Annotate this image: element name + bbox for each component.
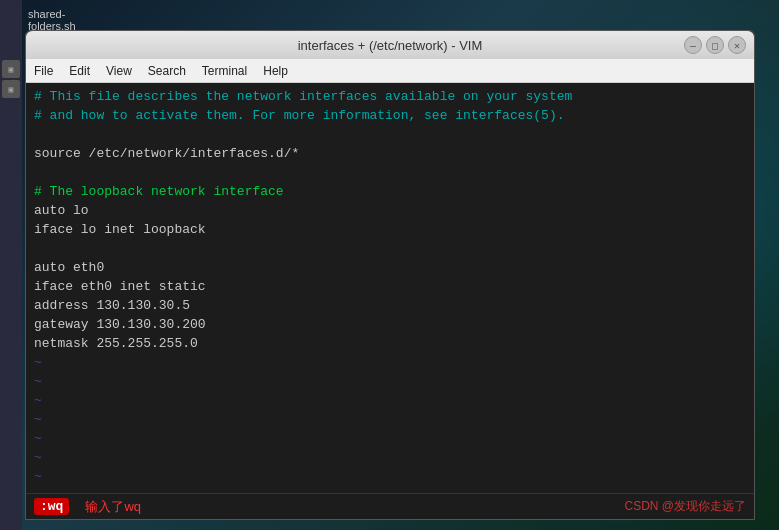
editor-line: ~ — [34, 393, 42, 408]
editor-line: netmask 255.255.255.0 — [34, 336, 198, 351]
menu-terminal[interactable]: Terminal — [202, 64, 247, 78]
csdn-watermark: CSDN @发现你走远了 — [624, 498, 746, 515]
menu-help[interactable]: Help — [263, 64, 288, 78]
menu-search[interactable]: Search — [148, 64, 186, 78]
menu-view[interactable]: View — [106, 64, 132, 78]
title-bar: interfaces + (/etc/network) - VIM – □ ✕ — [26, 31, 754, 59]
editor-line: iface lo inet loopback — [34, 222, 206, 237]
sidebar: ▣ ▣ — [0, 0, 22, 530]
editor-line: # This file describes the network interf… — [34, 89, 572, 104]
desktop-label: shared- folders.sh — [28, 8, 76, 32]
editor-content[interactable]: # This file describes the network interf… — [26, 83, 754, 493]
editor-line: ~ — [34, 412, 42, 427]
menu-bar: File Edit View Search Terminal Help — [26, 59, 754, 83]
close-button[interactable]: ✕ — [728, 36, 746, 54]
editor-line: ~ — [34, 450, 42, 465]
editor-line: # and how to activate them. For more inf… — [34, 108, 565, 123]
editor-line: ~ — [34, 469, 42, 484]
editor-line: # The loopback network interface — [34, 184, 284, 199]
editor-line: auto eth0 — [34, 260, 104, 275]
vim-window: interfaces + (/etc/network) - VIM – □ ✕ … — [25, 30, 755, 520]
editor-line: auto lo — [34, 203, 89, 218]
window-title: interfaces + (/etc/network) - VIM — [298, 38, 483, 53]
command-wq: :wq — [34, 498, 69, 515]
editor-line: ~ — [34, 374, 42, 389]
editor-line: source /etc/network/interfaces.d/* — [34, 146, 299, 161]
status-bar: :wq 输入了wq CSDN @发现你走远了 — [26, 493, 754, 519]
editor-line: ~ — [34, 355, 42, 370]
editor-line: ~ — [34, 431, 42, 446]
maximize-button[interactable]: □ — [706, 36, 724, 54]
menu-file[interactable]: File — [34, 64, 53, 78]
window-controls: – □ ✕ — [684, 36, 746, 54]
menu-edit[interactable]: Edit — [69, 64, 90, 78]
editor-line: iface eth0 inet static — [34, 279, 206, 294]
editor-line: address 130.130.30.5 — [34, 298, 190, 313]
sidebar-icon-1[interactable]: ▣ — [2, 60, 20, 78]
editor-line: gateway 130.130.30.200 — [34, 317, 206, 332]
minimize-button[interactable]: – — [684, 36, 702, 54]
status-hint: 输入了wq — [85, 498, 141, 516]
sidebar-icon-2[interactable]: ▣ — [2, 80, 20, 98]
